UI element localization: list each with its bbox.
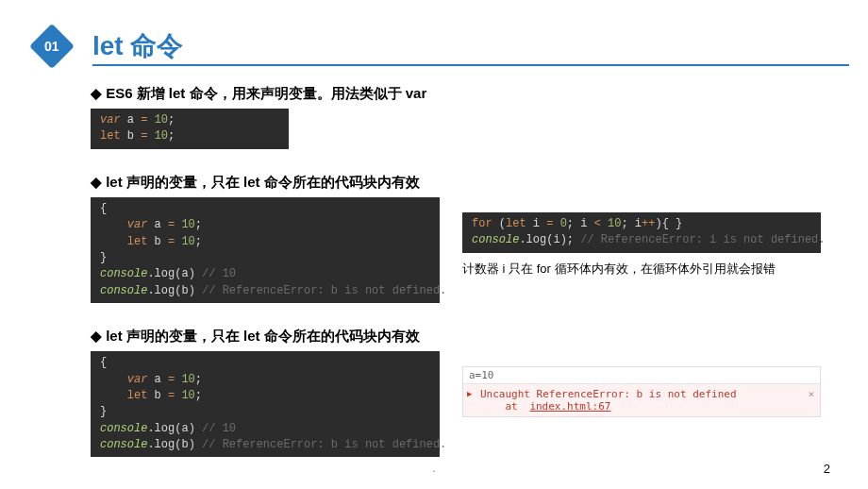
title-underline <box>92 64 849 66</box>
bullet-1: ES6 新增 let 命令，用来声明变量。用法类似于 var <box>91 85 868 103</box>
slide-content: ES6 新增 let 命令，用来声明变量。用法类似于 var var a = 1… <box>0 64 868 457</box>
code-block-1: var a = 10; let b = 10; <box>91 109 289 149</box>
error-icon: ▶ <box>467 389 476 398</box>
section-2-right: for (let i = 0; i < 10; i++){ } console.… <box>462 197 821 278</box>
page-number: 2 <box>824 462 830 476</box>
code-block-2-right: for (let i = 0; i < 10; i++){ } console.… <box>462 212 821 253</box>
error-message: Uncaught ReferenceError: b is not define… <box>480 388 737 400</box>
bullet-3: let 声明的变量，只在 let 命令所在的代码块内有效 <box>91 328 868 346</box>
console-output-line: a=10 <box>463 367 820 384</box>
section-badge: 01 <box>29 24 75 69</box>
console-error: ▶ Uncaught ReferenceError: b is not defi… <box>463 384 820 416</box>
error-at: at <box>506 400 525 413</box>
devtools-console: a=10 ▶ Uncaught ReferenceError: b is not… <box>462 366 821 417</box>
code-block-3-left: { var a = 10; let b = 10; } console.log(… <box>91 351 440 457</box>
error-source-link[interactable]: index.html:67 <box>529 400 610 413</box>
slide-title: let 命令 <box>92 28 183 64</box>
close-icon[interactable]: × <box>808 388 814 400</box>
note-for-loop: 计数器 i 只在 for 循环体内有效，在循环体外引用就会报错 <box>462 261 821 278</box>
slide-header: 01 let 命令 <box>0 0 868 64</box>
bullet-2: let 声明的变量，只在 let 命令所在的代码块内有效 <box>91 174 868 192</box>
section-3-right: a=10 ▶ Uncaught ReferenceError: b is not… <box>462 351 821 417</box>
footer-mark: . <box>432 463 435 474</box>
section-number: 01 <box>44 39 59 54</box>
code-block-2-left: { var a = 10; let b = 10; } console.log(… <box>91 197 440 303</box>
